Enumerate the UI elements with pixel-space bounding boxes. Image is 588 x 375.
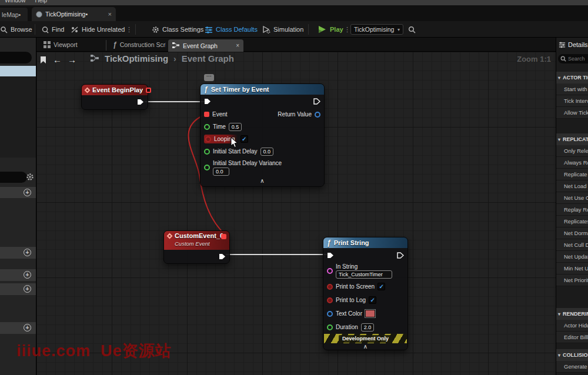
add-icon[interactable]: + <box>24 285 31 293</box>
initial-start-delay-variance-pin[interactable] <box>204 165 210 170</box>
property-row[interactable]: Start with T <box>556 83 588 95</box>
property-row[interactable]: Allow Tick B <box>556 107 588 119</box>
details-tab[interactable]: Details <box>556 38 588 52</box>
sidebar-section-dispatchers[interactable]: + <box>0 322 36 334</box>
collapse-node-icon[interactable]: ∧ <box>323 343 407 351</box>
looping-checkbox[interactable]: ✓ <box>240 135 248 143</box>
exec-in-pin[interactable] <box>204 98 211 105</box>
text-color-swatch[interactable] <box>365 310 375 317</box>
print-to-screen-checkbox[interactable]: ✓ <box>377 283 385 290</box>
sidebar-search-input[interactable] <box>0 52 32 63</box>
close-tab-icon[interactable]: × <box>236 42 239 49</box>
section-header[interactable]: ▾ COLLISION <box>556 349 588 361</box>
property-row[interactable]: Actor Hidde <box>556 320 588 332</box>
bookmark-icon[interactable] <box>40 56 47 64</box>
initial-start-delay-variance-input[interactable]: 0.0 <box>213 168 229 176</box>
class-defaults-button[interactable]: Class Defaults <box>205 21 258 38</box>
duration-input[interactable]: 2.0 <box>361 323 375 332</box>
property-row[interactable]: Net Load on <box>556 180 588 192</box>
hide-unrelated-options-icon[interactable]: ⋮ <box>126 21 132 38</box>
property-row[interactable]: Min Net Up <box>556 263 588 274</box>
gear-icon[interactable] <box>26 173 34 181</box>
event-graph-canvas[interactable]: ← → TickOptimising › Event Graph Zoom 1:… <box>36 52 556 375</box>
section-header[interactable]: ▾ REPLICATION <box>556 133 588 145</box>
duration-pin[interactable] <box>327 324 333 330</box>
initial-start-delay-pin[interactable] <box>204 149 210 155</box>
tab-viewport[interactable]: Viewport <box>44 38 78 52</box>
in-string-input[interactable]: Tick_CustomTimer <box>336 270 392 279</box>
print-to-screen-pin[interactable] <box>327 284 333 290</box>
exec-out-pin[interactable] <box>397 252 404 259</box>
property-row[interactable]: Net Update <box>556 251 588 263</box>
hide-unrelated-button[interactable]: Hide Unrelated <box>71 21 125 38</box>
node-custom-event[interactable]: CustomEvent_0 Custom Event <box>163 230 230 264</box>
sidebar-filter-input[interactable] <box>0 172 27 183</box>
tab-event-graph[interactable]: Event Graph × <box>168 39 243 52</box>
looping-pin[interactable] <box>205 136 211 142</box>
node-set-timer-by-event[interactable]: ƒ Set Timer by Event Event Return Value … <box>200 83 325 187</box>
nav-forward-icon[interactable]: → <box>68 55 76 65</box>
node-print-string[interactable]: ƒ Print String In String Tick_CustomTime… <box>323 237 408 350</box>
add-icon[interactable]: + <box>24 324 31 332</box>
simulation-button[interactable]: Simulation <box>262 21 303 38</box>
section-header[interactable]: ▾ ACTOR TICK <box>556 72 588 83</box>
breadcrumb-root[interactable]: TickOptimising <box>105 53 168 63</box>
add-icon[interactable]: + <box>24 189 31 196</box>
property-row[interactable]: Replicates <box>556 216 588 227</box>
property-row[interactable]: Net Cull Dis <box>556 239 588 251</box>
print-to-log-checkbox[interactable]: ✓ <box>369 296 376 304</box>
tab-levelmap[interactable]: leMap• <box>0 8 28 21</box>
time-value-input[interactable]: 0.5 <box>229 123 242 131</box>
collapse-node-icon[interactable]: ∧ <box>201 178 324 186</box>
delegate-pin[interactable] <box>221 234 226 239</box>
close-tab-icon[interactable]: × <box>108 11 112 18</box>
event-delegate-pin[interactable] <box>204 112 209 117</box>
sidebar-section-graphs[interactable]: + <box>0 187 36 198</box>
property-row[interactable]: Net Dorman <box>556 227 588 239</box>
in-string-pin[interactable] <box>327 268 333 274</box>
add-icon[interactable]: + <box>24 271 31 279</box>
find-button[interactable]: Find <box>41 21 64 38</box>
return-value-pin[interactable] <box>315 112 320 118</box>
play-button[interactable]: Play <box>318 21 343 38</box>
property-row[interactable]: Only Releva <box>556 145 588 157</box>
nav-back-icon[interactable]: ← <box>53 55 62 65</box>
property-row[interactable]: Replicate M <box>556 169 588 180</box>
initial-start-delay-input[interactable]: 0.0 <box>260 148 274 156</box>
text-color-pin[interactable] <box>327 311 333 317</box>
section-header[interactable]: ▾ RENDERING <box>556 308 588 320</box>
class-settings-button[interactable]: Class Settings <box>152 21 203 38</box>
exec-out-pin[interactable] <box>137 99 144 105</box>
tab-tickoptimising[interactable]: TickOptimising• × <box>32 7 116 21</box>
exec-out-pin[interactable] <box>313 98 320 105</box>
sidebar-selected-item[interactable] <box>0 66 36 76</box>
property-row[interactable]: Net Priority <box>556 274 588 286</box>
menu-help[interactable]: Help <box>35 0 48 4</box>
property-row[interactable]: Net Use Ow <box>556 192 588 204</box>
sidebar-section-macros[interactable]: + <box>0 269 36 281</box>
menu-window[interactable]: Window <box>5 0 26 4</box>
property-row[interactable]: Always Rele <box>556 157 588 169</box>
delegate-pin[interactable] <box>146 88 151 93</box>
node-event-beginplay[interactable]: Event BeginPlay <box>81 84 148 110</box>
print-to-log-pin[interactable] <box>327 297 333 303</box>
exec-out-pin[interactable] <box>219 253 226 260</box>
browse-button[interactable]: Browse <box>0 21 32 38</box>
tab-construction-script[interactable]: ƒ Construction Scrip <box>113 38 166 52</box>
exec-in-pin[interactable] <box>327 252 334 259</box>
property-row[interactable]: Generate O <box>556 361 588 373</box>
event-icon <box>167 233 173 239</box>
add-icon[interactable]: + <box>24 249 31 256</box>
sidebar-section-functions[interactable]: + <box>0 247 36 259</box>
property-row[interactable]: Editor Billbo <box>556 332 588 343</box>
property-row[interactable]: Tick Interva <box>556 95 588 107</box>
sidebar-list[interactable] <box>0 76 36 158</box>
property-row[interactable]: Replay Rew <box>556 204 588 216</box>
sidebar-section-variables[interactable]: + <box>0 283 36 295</box>
play-options-icon[interactable]: ⋮ <box>344 21 350 38</box>
details-search-input[interactable]: Search <box>558 54 588 63</box>
play-target-dropdown[interactable]: TickOptimising ▾ <box>350 24 403 35</box>
toolbar-search-button[interactable] <box>408 21 416 38</box>
comment-bubble-icon[interactable]: ··· <box>204 74 214 81</box>
time-pin[interactable] <box>204 124 210 130</box>
